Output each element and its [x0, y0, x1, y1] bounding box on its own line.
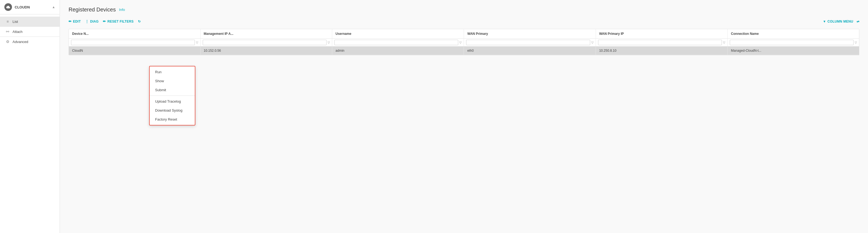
toolbar-right: ▼ COLUMN MENU ⇌: [823, 20, 859, 23]
filter-input-mgmt[interactable]: [203, 40, 327, 45]
sidebar: CLOUDN ▲ ≡ List ⚯ Attach ⚙ Advanced: [0, 0, 60, 233]
sidebar-chevron: ▲: [52, 5, 55, 9]
main-content: Registered Devices Info ✏ EDIT ⋮ DIAG ✏ …: [60, 0, 868, 233]
context-menu-separator: [150, 95, 195, 96]
context-menu-show[interactable]: Show: [150, 77, 195, 85]
filter-input-conn[interactable]: [730, 40, 854, 45]
sidebar-item-attach-label: Attach: [12, 30, 23, 34]
filter-icon-username[interactable]: ▽: [459, 41, 462, 45]
col-wan-primary: WAN Primary: [464, 29, 596, 39]
diag-button[interactable]: ⋮ DIAG: [85, 18, 99, 25]
column-menu-button[interactable]: ▼ COLUMN MENU: [823, 20, 853, 23]
col-wan-primary-ip: WAN Primary IP: [596, 29, 727, 39]
cell-device-name: CloudN: [69, 47, 200, 55]
filter-input-username[interactable]: [334, 40, 458, 45]
context-menu-upload-tracelog[interactable]: Upload Tracelog: [150, 97, 195, 106]
edit-button[interactable]: ✏ EDIT: [68, 18, 81, 25]
cell-connection-name: Managed-CloudN-t...: [727, 47, 859, 55]
table-container: Device N... Management IP A... Username …: [68, 29, 859, 55]
cell-username: admin: [332, 47, 464, 55]
column-menu-label: COLUMN MENU: [828, 20, 853, 23]
diag-icon: ⋮: [85, 19, 89, 23]
filter-icon-wan[interactable]: ▽: [591, 41, 593, 45]
filter-cell-username: ▽: [334, 40, 462, 45]
context-menu-run[interactable]: Run: [150, 67, 195, 77]
col-device-name: Device N...: [69, 29, 200, 39]
filter-input-device[interactable]: [71, 40, 195, 45]
filter-input-wan-ip[interactable]: [598, 40, 722, 45]
cell-wan-primary-ip: 10.250.8.10: [596, 47, 727, 55]
sidebar-nav: ≡ List ⚯ Attach ⚙ Advanced: [0, 14, 60, 49]
filter-icon-conn[interactable]: ▽: [855, 41, 857, 45]
filter-icon-wan-ip[interactable]: ▽: [723, 41, 725, 45]
table-header-row: Device N... Management IP A... Username …: [69, 29, 859, 39]
toolbar: ✏ EDIT ⋮ DIAG ✏ RESET FILTERS ↻ ▼ COLUMN…: [68, 18, 859, 25]
edit-icon: ✏: [68, 19, 71, 23]
diag-label: DIAG: [90, 20, 98, 23]
page-title: Registered Devices: [68, 6, 116, 13]
reset-filters-label: RESET FILTERS: [107, 20, 133, 23]
info-link[interactable]: Info: [119, 8, 125, 12]
filter-cell-wan-ip: ▽: [598, 40, 725, 45]
cell-mgmt-ip: 10.152.0.56: [200, 47, 332, 55]
transfer-icon: ⇌: [857, 20, 859, 23]
sidebar-logo: [4, 3, 12, 11]
devices-table: Device N... Management IP A... Username …: [69, 29, 859, 55]
reset-filters-icon: ✏: [103, 19, 106, 23]
filter-icon-mgmt[interactable]: ▽: [328, 41, 330, 45]
filter-cell-conn: ▽: [730, 40, 857, 45]
context-menu-download-syslog[interactable]: Download Syslog: [150, 106, 195, 115]
context-menu-factory-reset[interactable]: Factory Reset: [150, 115, 195, 124]
page-header: Registered Devices Info: [68, 6, 859, 13]
refresh-button[interactable]: ↻: [138, 19, 141, 25]
refresh-icon: ↻: [138, 20, 141, 23]
sidebar-item-advanced[interactable]: ⚙ Advanced: [0, 37, 60, 47]
filter-cell-mgmt: ▽: [203, 40, 330, 45]
context-menu-submit[interactable]: Submit: [150, 85, 195, 94]
filter-row: ▽ ▽ ▽: [69, 39, 859, 47]
cell-wan-primary: eth0: [464, 47, 596, 55]
col-connection-name: Connection Name: [727, 29, 859, 39]
reset-filters-button[interactable]: ✏ RESET FILTERS: [103, 18, 133, 25]
context-menu: Run Show Submit Upload Tracelog Download…: [149, 66, 195, 125]
sidebar-item-advanced-label: Advanced: [12, 40, 28, 44]
col-mgmt-ip: Management IP A...: [200, 29, 332, 39]
filter-cell-device: ▽: [71, 40, 198, 45]
col-username: Username: [332, 29, 464, 39]
transfer-button[interactable]: ⇌: [857, 20, 859, 23]
table-row[interactable]: CloudN 10.152.0.56 admin eth0 10.250.8.1: [69, 47, 859, 55]
filter-input-wan[interactable]: [466, 40, 590, 45]
sidebar-item-list-label: List: [12, 20, 18, 24]
sidebar-item-list[interactable]: ≡ List: [0, 17, 60, 26]
sidebar-header: CLOUDN ▲: [0, 0, 60, 14]
filter-icon-device[interactable]: ▽: [196, 41, 198, 45]
filter-cell-wan: ▽: [466, 40, 593, 45]
filter-icon: ▼: [823, 20, 826, 23]
advanced-icon: ⚙: [5, 39, 10, 44]
attach-icon: ⚯: [5, 29, 10, 34]
list-icon: ≡: [5, 19, 10, 24]
sidebar-title: CLOUDN: [15, 5, 49, 9]
sidebar-item-attach[interactable]: ⚯ Attach: [0, 27, 60, 36]
edit-label: EDIT: [73, 20, 81, 23]
